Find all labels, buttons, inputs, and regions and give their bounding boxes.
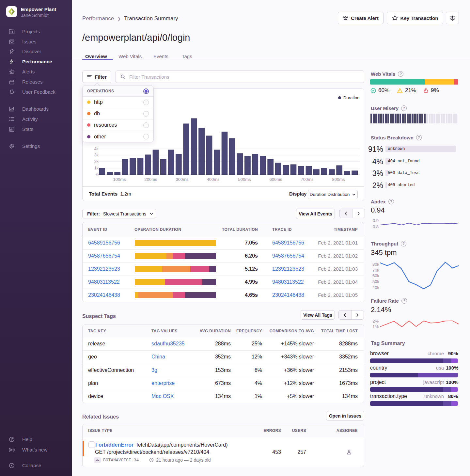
svg-text:2k: 2k [94,159,99,164]
svg-text:3k: 3k [94,153,99,157]
svg-text:100ms: 100ms [113,177,126,182]
svg-text:800ms: 800ms [332,177,345,182]
svg-text:600ms: 600ms [269,177,282,182]
svg-text:4k: 4k [94,147,99,151]
svg-text:0.8: 0.8 [373,224,379,229]
svg-text:1k: 1k [94,166,99,170]
svg-text:200ms: 200ms [144,177,157,182]
svg-text:50k: 50k [372,279,379,284]
svg-text:0.9: 0.9 [373,218,379,223]
svg-text:300ms: 300ms [176,177,189,182]
svg-text:400ms: 400ms [207,177,220,182]
svg-text:1%: 1% [372,324,379,329]
svg-text:60k: 60k [372,273,379,278]
svg-text:80k: 80k [372,262,379,267]
svg-text:40k: 40k [372,285,379,290]
svg-text:0: 0 [96,172,99,177]
svg-text:70k: 70k [372,268,379,273]
svg-text:500ms: 500ms [238,177,251,182]
svg-text:700ms: 700ms [301,177,314,182]
svg-text:2%: 2% [372,319,379,324]
